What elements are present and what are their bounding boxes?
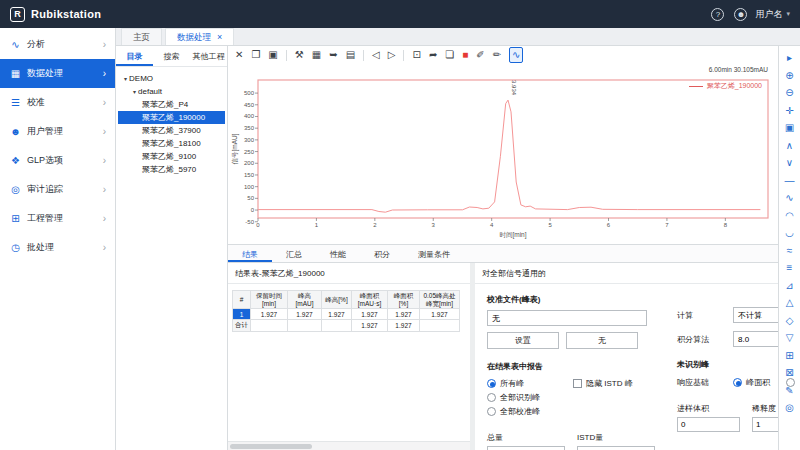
sidebar-item-project-management[interactable]: ⊞工程管理›: [0, 204, 115, 233]
table-row[interactable]: 合计1.9271.927: [233, 320, 460, 332]
caret-down-icon[interactable]: ▾: [124, 76, 127, 82]
tree-item[interactable]: 聚苯乙烯_9100: [118, 150, 225, 163]
waves-icon[interactable]: ≈: [787, 243, 793, 261]
table-icon[interactable]: ▦: [312, 48, 321, 62]
sidebar-item-batch-processing[interactable]: ◷批处理›: [0, 233, 115, 262]
chart-view-icon[interactable]: ∿: [509, 47, 523, 63]
levels-icon[interactable]: ≡: [787, 260, 793, 278]
result-tab-integration[interactable]: 积分: [360, 245, 404, 262]
username[interactable]: 用户名: [755, 8, 782, 21]
sidebar-item-audit-trail[interactable]: ◎审计追踪›: [0, 175, 115, 204]
table-cell: 1.927: [288, 309, 322, 320]
tree-item-label: 聚苯乙烯_37900: [142, 126, 201, 135]
avatar-icon[interactable]: ☻: [734, 8, 747, 21]
tab-data-processing[interactable]: 数据处理×: [165, 28, 234, 45]
explorer-tab-directory[interactable]: 目录: [116, 46, 153, 66]
tree-item[interactable]: 聚苯乙烯_P4: [118, 98, 225, 111]
calibration-file-input[interactable]: 无: [487, 310, 647, 326]
zoom-out-icon[interactable]: ⊖: [785, 85, 793, 103]
table-row[interactable]: 11.9271.9271.9271.9271.9271.927: [233, 309, 460, 320]
print-icon[interactable]: ▤: [346, 48, 355, 62]
tree-item[interactable]: 聚苯乙烯_18100: [118, 137, 225, 150]
tree-item[interactable]: 聚苯乙烯_37900: [118, 124, 225, 137]
close-icon[interactable]: ✕: [235, 48, 243, 62]
radio-icon[interactable]: [733, 378, 742, 387]
checkbox-icon[interactable]: [573, 379, 582, 388]
grid-add-icon[interactable]: ⊞: [785, 348, 793, 366]
tab-home[interactable]: 主页: [121, 28, 162, 45]
triangle-up-icon[interactable]: △: [786, 295, 794, 313]
arc-up-icon[interactable]: ◠: [785, 208, 794, 226]
save-icon[interactable]: ▣: [268, 48, 277, 62]
copy-icon[interactable]: ❐: [251, 48, 260, 62]
graph-tools-strip: ▸⊕⊖✛▣∧∨—∿◠◡≈≡⊿△◇▽⊞⊠✎◎: [778, 46, 800, 450]
signal-icon[interactable]: ∿: [785, 190, 793, 208]
peak-start-icon[interactable]: ∧: [786, 138, 793, 156]
pointer-icon[interactable]: ▸: [787, 50, 792, 68]
tree-item-label: 聚苯乙烯_190000: [142, 113, 205, 122]
field-input[interactable]: 0: [677, 417, 740, 432]
response-base-label: 响应基础: [677, 377, 725, 388]
overlay-icon[interactable]: ⊡: [412, 48, 420, 62]
annotate-left-icon[interactable]: ✐: [476, 48, 484, 62]
previous-signal-icon[interactable]: ◁: [372, 48, 380, 62]
none-button[interactable]: 无: [566, 332, 638, 349]
record-stop-icon[interactable]: ■: [462, 48, 468, 62]
document-icon[interactable]: ❏: [445, 48, 454, 62]
tree-item[interactable]: 聚苯乙烯_5970: [118, 163, 225, 176]
explorer-tab-search[interactable]: 搜索: [153, 46, 190, 66]
share-icon[interactable]: ➦: [429, 48, 437, 62]
y-tick-label: 150: [244, 172, 255, 178]
marker-icon[interactable]: ◎: [785, 400, 794, 418]
report-section-label: 在结果表中报告: [487, 361, 655, 372]
tools-icon[interactable]: ⚒: [295, 48, 304, 62]
x-tick-label: 8: [724, 222, 728, 228]
report-option[interactable]: 所有峰: [487, 377, 573, 390]
radio-icon[interactable]: [487, 407, 496, 416]
annotate-right-icon[interactable]: ✏: [493, 48, 501, 62]
sidebar-item-user-management[interactable]: ☻用户管理›: [0, 117, 115, 146]
report-option[interactable]: 隐藏 ISTD 峰: [573, 377, 655, 390]
result-tab-measurement-conditions[interactable]: 测量条件: [404, 245, 464, 262]
tree-item[interactable]: 聚苯乙烯_190000: [118, 111, 225, 124]
chevron-down-icon[interactable]: ▾: [786, 10, 790, 18]
row-header-cell: 1: [233, 309, 251, 320]
tree-item[interactable]: ▾default: [118, 85, 225, 98]
field-input[interactable]: 0…: [577, 446, 655, 450]
response-option[interactable]: 峰面积: [733, 376, 770, 389]
field-input[interactable]: 0: [487, 446, 565, 450]
tree-item[interactable]: ▾DEMO: [118, 72, 225, 85]
triangle-down-icon[interactable]: ▽: [786, 330, 794, 348]
result-tab-performance[interactable]: 性能: [316, 245, 360, 262]
diamond-icon[interactable]: ◇: [786, 313, 794, 331]
set-button[interactable]: 设置: [487, 332, 559, 349]
help-icon[interactable]: ?: [711, 8, 724, 21]
next-signal-icon[interactable]: ▷: [388, 48, 396, 62]
arc-down-icon[interactable]: ◡: [785, 225, 794, 243]
sidebar-item-calibration[interactable]: ☰校准›: [0, 88, 115, 117]
result-tab-summary[interactable]: 汇总: [272, 245, 316, 262]
sidebar-item-glp-options[interactable]: ❖GLP选项›: [0, 146, 115, 175]
fit-icon[interactable]: ▣: [785, 120, 794, 138]
pan-icon[interactable]: ✛: [785, 103, 793, 121]
horizontal-scrollbar[interactable]: [228, 441, 470, 450]
chromatogram-plot[interactable]: 012345678-500501001502002503003504004505…: [230, 76, 774, 240]
zoom-in-icon[interactable]: ⊕: [785, 68, 793, 86]
peak-end-icon[interactable]: ∨: [786, 155, 793, 173]
report-option[interactable]: 全部校准峰: [487, 405, 573, 418]
y-tick-label: 50: [247, 195, 254, 201]
baseline-icon[interactable]: —: [785, 173, 795, 191]
caret-down-icon[interactable]: ▾: [133, 89, 136, 95]
radio-icon[interactable]: [786, 378, 795, 387]
radio-icon[interactable]: [487, 393, 496, 402]
slope-icon[interactable]: ⊿: [785, 278, 793, 296]
sidebar-item-data-processing[interactable]: ▦数据处理›: [0, 59, 115, 88]
export-file-icon[interactable]: ➥: [329, 48, 337, 62]
result-tab-results[interactable]: 结果: [228, 245, 272, 262]
scrollbar-thumb[interactable]: [230, 444, 312, 449]
close-icon[interactable]: ×: [217, 29, 222, 45]
report-option[interactable]: 全部识别峰: [487, 391, 573, 404]
sidebar-item-analysis[interactable]: ∿分析›: [0, 30, 115, 59]
explorer-tab-other-projects[interactable]: 其他工程: [190, 46, 227, 66]
radio-icon[interactable]: [487, 379, 496, 388]
